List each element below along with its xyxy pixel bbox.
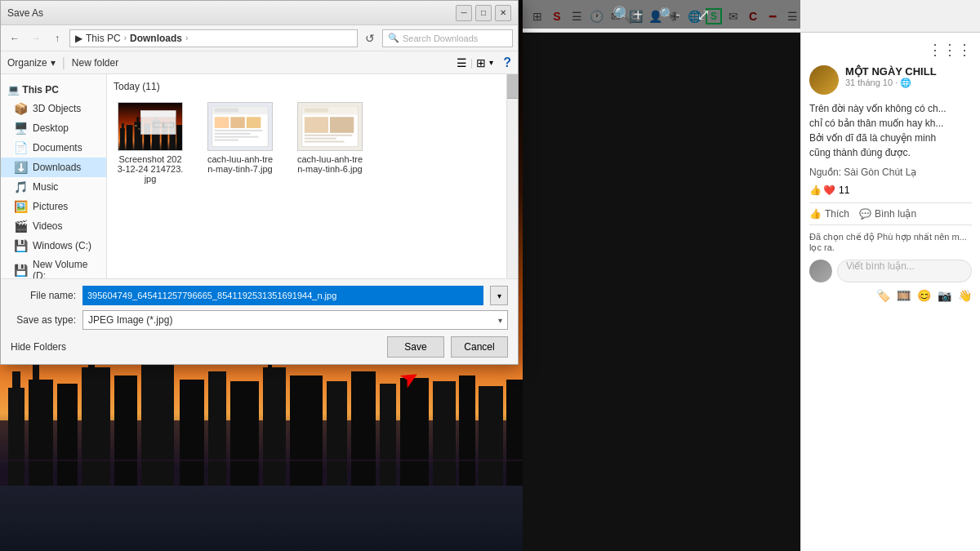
svg-rect-39 — [138, 128, 140, 130]
minimize-button[interactable]: ─ — [456, 5, 472, 21]
fb-filter-text: Đã chọn chế độ Phù hợp nhất nên m... lọc… — [809, 232, 972, 253]
reaction-icons: 👍 ❤️ — [809, 184, 835, 196]
search-placeholder: Search Downloads — [403, 33, 478, 43]
back-button[interactable]: ← — [6, 29, 24, 47]
today-label: Today (11) — [114, 81, 500, 92]
nav-3dobjects-label: 3D Objects — [33, 103, 81, 114]
address-bar: ← → ↑ ▶ This PC › Downloads › ↺ 🔍 Search… — [1, 25, 518, 51]
savetype-dropdown[interactable]: JPEG Image (*.jpg) ▾ — [82, 310, 508, 330]
love-icon: ❤️ — [823, 184, 835, 196]
dialog-buttons: Save Cancel — [387, 336, 508, 358]
address-path[interactable]: ▶ This PC › Downloads › — [69, 29, 358, 47]
filename-dropdown-btn[interactable]: ▾ — [490, 286, 508, 305]
fullscreen-icon[interactable]: ⤢ — [697, 5, 710, 24]
file-name-1: Screenshot 2023-12-24 214723.jpg — [117, 154, 184, 184]
comment-button[interactable]: 💬 Bình luận — [859, 208, 916, 220]
file-grid-area: Today (11) — [107, 74, 506, 278]
emoji-wave[interactable]: 👋 — [958, 289, 972, 302]
like-icon: 👍 — [809, 184, 822, 196]
svg-rect-58 — [305, 109, 328, 113]
nav-pictures[interactable]: 🖼️ Pictures — [1, 197, 106, 216]
new-folder-button[interactable]: New folder — [72, 57, 118, 69]
path-thispc-label: This PC — [86, 33, 121, 44]
file-item-2[interactable]: cach-luu-anh-tren-may-tinh-7.jpg — [203, 99, 277, 187]
fb-post-date: 31 tháng 10 · 🌐 — [845, 78, 937, 88]
fb-post-text: Trên đời này vốn không có ch... chỉ có b… — [809, 101, 972, 160]
svg-rect-31 — [136, 117, 139, 122]
maximize-button[interactable]: □ — [475, 5, 492, 21]
like-label: Thích — [825, 208, 849, 220]
file-item-3[interactable]: cach-luu-anh-tren-may-tinh-6.jpg — [293, 99, 367, 187]
nav-music[interactable]: 🎵 Music — [1, 177, 106, 197]
dialog-title: Save As — [7, 7, 43, 19]
svg-rect-48 — [215, 117, 229, 128]
nav-desktop-icon: 🖥️ — [14, 122, 28, 135]
nav-this-pc[interactable]: 💻 This PC — [1, 81, 106, 99]
zoom-in-icon[interactable]: 🔍+ — [612, 5, 643, 24]
nav-3dobjects[interactable]: 📦 3D Objects — [1, 99, 106, 118]
fb-page-name: MỘT NGÀY CHILL — [845, 65, 937, 78]
svg-rect-59 — [305, 117, 328, 133]
emoji-sticker[interactable]: 🏷️ — [876, 289, 890, 302]
emoji-camera[interactable]: 📷 — [938, 289, 951, 302]
close-button[interactable]: ✕ — [495, 5, 511, 21]
search-box[interactable]: 🔍 Search Downloads — [382, 29, 513, 47]
svg-rect-61 — [305, 135, 353, 136]
savetype-value: JPEG Image (*.jpg) — [88, 314, 172, 326]
fb-page-avatar — [809, 65, 839, 95]
fb-content-area: ⋮⋮⋮ MỘT NGÀY CHILL 31 tháng 10 · 🌐 Trên … — [523, 33, 980, 551]
emoji-gif[interactable]: 🎞️ — [897, 289, 911, 302]
nav-pictures-label: Pictures — [33, 201, 68, 212]
files-grid: Screenshot 2023-12-24 214723.jpg — [114, 99, 500, 187]
fb-grid-icon[interactable]: ⋮⋮⋮ — [928, 41, 972, 59]
view-arrow[interactable]: ▾ — [489, 58, 493, 67]
nav-music-icon: 🎵 — [14, 180, 28, 193]
dialog-scrollbar[interactable] — [506, 74, 518, 278]
nav-music-label: Music — [33, 181, 58, 193]
like-button[interactable]: 👍 Thích — [809, 208, 849, 220]
nav-downloads-label: Downloads — [33, 162, 81, 173]
svg-rect-51 — [215, 130, 263, 131]
forward-button[interactable]: → — [27, 29, 45, 47]
emoji-smile[interactable]: 😊 — [917, 289, 931, 302]
refresh-button[interactable]: ↺ — [361, 29, 379, 47]
savetype-field: Save as type: JPEG Image (*.jpg) ▾ — [11, 310, 508, 330]
fb-action-bar: 👍 Thích 💬 Bình luận — [809, 202, 972, 225]
save-button[interactable]: Save — [387, 336, 444, 358]
up-button[interactable]: ↑ — [48, 29, 66, 47]
svg-rect-63 — [305, 141, 345, 143]
comment-label: Bình luận — [875, 208, 916, 220]
svg-rect-62 — [305, 138, 336, 140]
nav-downloads[interactable]: ⬇️ Downloads — [1, 158, 106, 177]
dialog-content-area: 💻 This PC 📦 3D Objects 🖥️ Desktop 📄 Docu… — [1, 74, 518, 278]
fb-comment-box: Viết bình luận... — [809, 260, 972, 282]
svg-rect-47 — [215, 109, 238, 113]
folder-nav: 💻 This PC 📦 3D Objects 🖥️ Desktop 📄 Docu… — [1, 74, 107, 278]
svg-rect-38 — [135, 125, 136, 127]
fb-comment-input[interactable]: Viết bình luận... — [837, 260, 972, 282]
zoom-out-icon[interactable]: 🔍- — [659, 7, 679, 22]
file-thumb-2 — [207, 102, 273, 151]
hide-folders-link[interactable]: Hide Folders — [11, 341, 66, 353]
cancel-button[interactable]: Cancel — [451, 336, 508, 358]
nav-videos-icon: 🎬 — [14, 220, 28, 233]
nav-videos[interactable]: 🎬 Videos — [1, 216, 106, 236]
nav-documents[interactable]: 📄 Documents — [1, 138, 106, 158]
view-divider: | — [470, 57, 473, 69]
nav-thispc-icon: 💻 — [7, 84, 20, 96]
toolbar-help[interactable]: ? — [503, 56, 511, 70]
view-icon-1[interactable]: ☰ — [457, 56, 467, 69]
file-item-1[interactable]: Screenshot 2023-12-24 214723.jpg — [114, 99, 187, 187]
nav-desktop[interactable]: 🖥️ Desktop — [1, 118, 106, 138]
thumb-svg-3 — [298, 102, 362, 151]
nav-windows-c[interactable]: 💾 Windows (C:) — [1, 236, 106, 256]
path-sep1: › — [124, 33, 127, 42]
filename-input[interactable] — [82, 286, 483, 305]
view-icon-2[interactable]: ⊞ — [476, 56, 486, 69]
nav-pictures-icon: 🖼️ — [14, 200, 28, 213]
like-thumb-icon: 👍 — [809, 208, 822, 220]
organize-button[interactable]: Organize ▾ — [7, 57, 56, 69]
nav-windows-c-icon: 💾 — [14, 239, 28, 252]
nav-documents-label: Documents — [33, 142, 82, 153]
nav-thispc-label: This PC — [22, 84, 59, 96]
